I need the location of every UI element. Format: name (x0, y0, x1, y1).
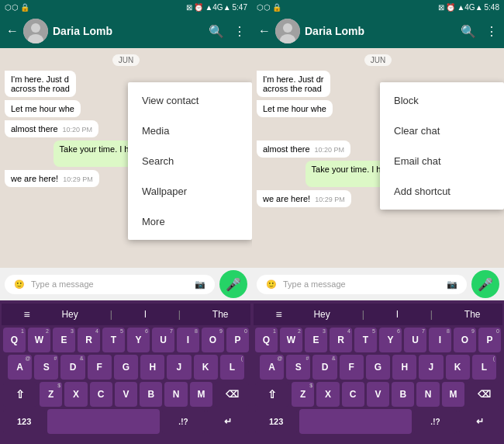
suggest-hey-left[interactable]: Hey (61, 309, 78, 320)
key-x-left[interactable]: X (64, 382, 87, 407)
key-123-right[interactable]: 123 (255, 409, 297, 434)
key-g-left[interactable]: G (114, 355, 138, 380)
key-w-right[interactable]: 2W (280, 328, 302, 352)
key-q-left[interactable]: 1Q (3, 328, 26, 352)
key-a-right[interactable]: @A (260, 355, 284, 380)
key-s-right[interactable]: #S (286, 355, 310, 380)
message-input-right[interactable]: 🙂 Type a message 📷 (257, 275, 467, 294)
key-l-right[interactable]: (L (472, 355, 496, 380)
key-e-right[interactable]: 3E (305, 328, 327, 352)
search-icon-right[interactable]: 🔍 (461, 24, 476, 39)
key-t-right[interactable]: 5T (354, 328, 377, 352)
key-i-right[interactable]: 8I (429, 328, 451, 352)
mic-icon-left: 🎤 (226, 277, 241, 292)
key-n-right[interactable]: N (416, 382, 439, 407)
key-r-left[interactable]: 4R (78, 328, 100, 352)
key-q-right[interactable]: 1Q (255, 328, 278, 352)
key-x-right[interactable]: X (316, 382, 339, 407)
key-punctuation-left[interactable]: .!? (162, 409, 204, 434)
key-space-left[interactable] (47, 409, 160, 434)
key-enter-left[interactable]: ↵ (207, 409, 249, 434)
key-v-left[interactable]: V (115, 382, 137, 407)
message-input-left[interactable]: 🙂 Type a message 📷 (5, 275, 215, 294)
back-button-right[interactable]: ← (258, 24, 271, 38)
menu-clear-chat[interactable]: Clear chat (380, 116, 504, 146)
menu-email-chat[interactable]: Email chat (380, 146, 504, 176)
key-j-left[interactable]: J (167, 355, 191, 380)
key-d-right[interactable]: &D (312, 355, 337, 380)
key-t-left[interactable]: 5T (102, 328, 125, 352)
suggestion-bar-right: ≡ Hey | I | The (254, 304, 502, 325)
key-123-left[interactable]: 123 (3, 409, 45, 434)
key-g-right[interactable]: G (366, 355, 390, 380)
key-punctuation-right[interactable]: .!? (414, 409, 456, 434)
key-shift-left[interactable]: ⇧ (3, 382, 37, 407)
key-j-right[interactable]: J (419, 355, 443, 380)
more-icon-left[interactable]: ⋮ (233, 24, 246, 39)
back-button-left[interactable]: ← (6, 24, 19, 38)
key-f-left[interactable]: F (88, 355, 112, 380)
key-z-left[interactable]: $Z (40, 382, 62, 407)
menu-wallpaper[interactable]: Wallpaper (128, 176, 252, 206)
key-m-left[interactable]: M (190, 382, 212, 407)
key-f-right[interactable]: F (340, 355, 364, 380)
key-m-right[interactable]: M (442, 382, 464, 407)
svg-point-4 (283, 23, 292, 33)
key-k-left[interactable]: K (194, 355, 218, 380)
key-s-left[interactable]: #S (34, 355, 58, 380)
mic-button-right[interactable]: 🎤 (471, 270, 499, 298)
chat-header-right: ← Daria Lomb 🔍 ⋮ (252, 14, 504, 48)
key-y-left[interactable]: 6Y (127, 328, 150, 352)
key-o-left[interactable]: 9O (202, 328, 224, 352)
key-e-left[interactable]: 3E (53, 328, 75, 352)
key-c-left[interactable]: C (90, 382, 112, 407)
key-h-right[interactable]: H (392, 355, 416, 380)
key-p-right[interactable]: 0P (478, 328, 501, 352)
suggest-hey-right[interactable]: Hey (313, 309, 330, 320)
key-y-right[interactable]: 6Y (379, 328, 402, 352)
key-d-left[interactable]: &D (60, 355, 85, 380)
search-icon-left[interactable]: 🔍 (209, 24, 224, 39)
menu-view-contact[interactable]: View contact (128, 85, 252, 116)
menu-more[interactable]: More (128, 206, 252, 237)
key-h-left[interactable]: H (140, 355, 164, 380)
key-a-left[interactable]: @A (8, 355, 32, 380)
key-shift-right[interactable]: ⇧ (255, 382, 289, 407)
key-i-left[interactable]: 8I (177, 328, 199, 352)
contact-name-left[interactable]: Daria Lomb (53, 25, 204, 37)
camera-icon-left[interactable]: 📷 (195, 279, 205, 290)
key-k-right[interactable]: K (446, 355, 470, 380)
key-backspace-left[interactable]: ⌫ (215, 382, 249, 407)
key-n-left[interactable]: N (164, 382, 187, 407)
key-b-left[interactable]: B (140, 382, 162, 407)
key-space-right[interactable] (299, 409, 412, 434)
key-r-right[interactable]: 4R (330, 328, 352, 352)
key-b-right[interactable]: B (392, 382, 414, 407)
contact-name-right[interactable]: Daria Lomb (305, 25, 456, 37)
mic-button-left[interactable]: 🎤 (219, 270, 247, 298)
key-backspace-right[interactable]: ⌫ (467, 382, 501, 407)
suggest-the-left[interactable]: The (212, 309, 229, 320)
suggest-the-right[interactable]: The (464, 309, 481, 320)
key-u-left[interactable]: 7U (152, 328, 174, 352)
menu-media[interactable]: Media (128, 116, 252, 146)
key-w-left[interactable]: 2W (28, 328, 50, 352)
svg-point-1 (31, 23, 40, 33)
menu-block[interactable]: Block (380, 85, 504, 116)
key-c-right[interactable]: C (342, 382, 364, 407)
key-p-left[interactable]: 0P (226, 328, 249, 352)
menu-add-shortcut[interactable]: Add shortcut (380, 176, 504, 206)
key-v-right[interactable]: V (367, 382, 389, 407)
more-icon-right[interactable]: ⋮ (485, 24, 498, 39)
key-o-right[interactable]: 9O (454, 328, 476, 352)
key-l-left[interactable]: (L (220, 355, 244, 380)
emoji-icon-right[interactable]: 🙂 (266, 279, 277, 290)
camera-icon-right[interactable]: 📷 (447, 279, 457, 290)
emoji-icon-left[interactable]: 🙂 (14, 279, 25, 290)
key-u-right[interactable]: 7U (404, 328, 426, 352)
key-z-right[interactable]: $Z (292, 382, 314, 407)
suggest-i-right[interactable]: I (396, 309, 399, 320)
suggest-i-left[interactable]: I (144, 309, 147, 320)
menu-search[interactable]: Search (128, 146, 252, 176)
key-enter-right[interactable]: ↵ (459, 409, 501, 434)
